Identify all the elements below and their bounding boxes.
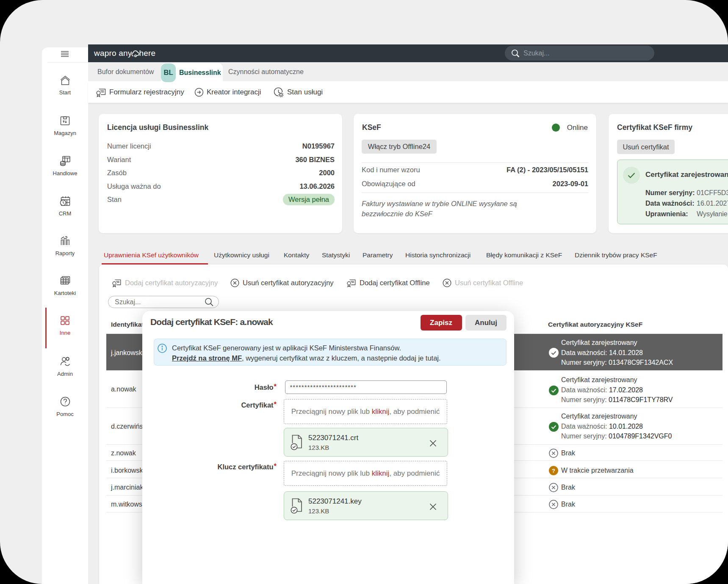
svg-text:?: ?: [552, 468, 555, 474]
